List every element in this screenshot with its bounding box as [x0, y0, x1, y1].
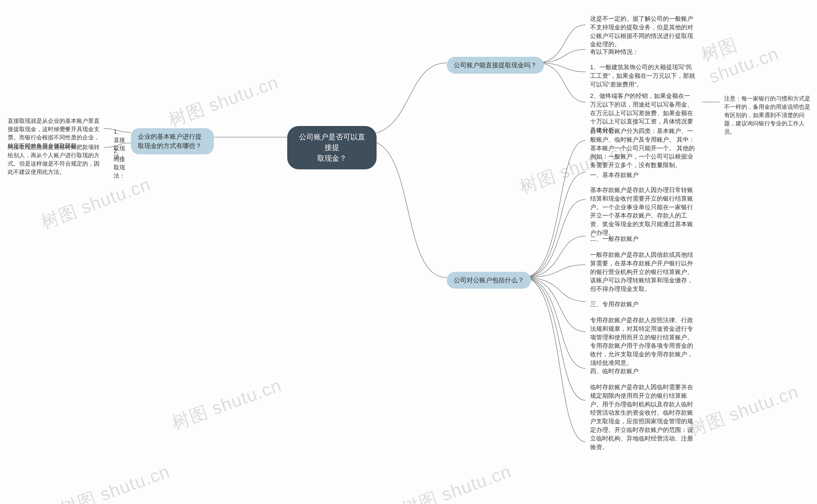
connector-layer-fix	[0, 0, 817, 504]
